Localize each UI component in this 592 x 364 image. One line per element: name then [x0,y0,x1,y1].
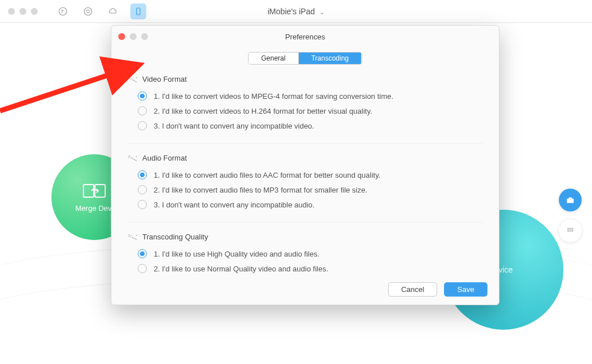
cancel-button[interactable]: Cancel [388,282,437,297]
device-title: iMobie's iPad [267,7,315,16]
wand-icon [127,233,138,241]
option-list: 1. I'd like to use High Quality video an… [127,249,483,273]
svg-point-3 [138,13,139,14]
toolbox-button[interactable] [559,189,582,211]
svg-point-0 [59,7,67,15]
device-selector[interactable]: iMobie's iPad ⌄ [267,7,325,16]
svg-rect-8 [567,228,569,230]
modal-header: Preferences [111,26,499,47]
tab-segmented: General Transcoding [111,52,499,65]
svg-rect-13 [571,230,573,232]
option-label: 2. I'd like to convert videos to H.264 f… [154,107,372,115]
music-icon[interactable] [55,3,71,19]
tab-transcoding[interactable]: Transcoding [298,53,362,64]
option-video-none[interactable]: 3. I don't want to convert any incompati… [138,121,483,130]
cloud-icon[interactable] [105,3,121,19]
window-controls [8,8,38,15]
option-video-mpeg4[interactable]: 1. I'd like to convert videos to MPEG-4 … [138,91,483,101]
minimize-dot[interactable] [19,8,26,15]
option-label: 3. I don't want to convert any incompati… [154,201,314,209]
section-transcoding-quality: Transcoding Quality 1. I'd like to use H… [127,222,483,273]
option-quality-high[interactable]: 1. I'd like to use High Quality video an… [138,249,483,258]
radio-icon [138,170,147,179]
option-list: 1. I'd like to convert videos to MPEG-4 … [127,91,483,130]
radio-icon [138,106,147,115]
svg-rect-7 [569,198,572,199]
close-dot[interactable] [8,8,15,15]
option-label: 1. I'd like to use High Quality video an… [154,250,319,258]
section-title-label: Audio Format [142,154,187,162]
option-label: 1. I'd like to convert videos to MPEG-4 … [154,92,393,101]
option-quality-normal[interactable]: 2. I'd like to use Normal Quality video … [138,264,483,273]
section-title: Video Format [127,75,483,83]
option-list: 1. I'd like to convert audio files to AA… [127,170,483,209]
modal-title: Preferences [285,33,325,41]
toolbox-icon [565,195,575,205]
merge-icon [83,182,106,199]
radio-icon [138,200,147,209]
modal-body: Video Format 1. I'd like to convert vide… [111,65,499,291]
option-audio-aac[interactable]: 1. I'd like to convert audio files to AA… [138,170,483,179]
radio-icon [138,249,147,258]
option-video-h264[interactable]: 2. I'd like to convert videos to H.264 f… [138,106,483,115]
svg-rect-10 [571,228,573,230]
option-audio-none[interactable]: 3. I don't want to convert any incompati… [138,200,483,209]
section-title-label: Video Format [142,75,187,83]
minimize-icon[interactable] [130,33,137,40]
tab-general[interactable]: General [249,53,298,64]
svg-rect-9 [570,228,571,230]
preferences-modal: Preferences General Transcoding Video Fo… [111,25,499,305]
option-audio-mp3[interactable]: 2. I'd like to convert audio files to MP… [138,185,483,194]
zoom-dot[interactable] [31,8,38,15]
wand-icon [127,154,138,162]
zoom-icon[interactable] [141,33,148,40]
radio-icon [138,185,147,194]
svg-point-1 [84,7,92,15]
grid-button[interactable] [559,219,582,242]
device-icon[interactable] [130,3,146,19]
save-button[interactable]: Save [444,282,487,297]
radio-icon [138,91,147,101]
svg-rect-2 [137,8,140,15]
radio-icon [138,264,147,273]
side-buttons [559,189,582,242]
svg-rect-5 [95,185,105,197]
section-title-label: Transcoding Quality [142,233,208,241]
modal-window-controls [118,33,148,40]
svg-rect-6 [567,199,574,203]
svg-rect-11 [567,230,569,232]
toolbar-icons [55,3,146,19]
section-audio-format: Audio Format 1. I'd like to convert audi… [127,143,483,209]
sync-icon[interactable] [80,3,96,19]
option-label: 3. I don't want to convert any incompati… [154,122,314,130]
section-title: Transcoding Quality [127,233,483,241]
tab-group: General Transcoding [248,52,362,65]
option-label: 2. I'd like to use Normal Quality video … [154,265,328,273]
chevron-down-icon: ⌄ [319,9,325,15]
radio-icon [138,121,147,130]
main-toolbar: iMobie's iPad ⌄ [0,0,592,23]
merge-label: Merge Devi [75,204,113,213]
modal-footer: Cancel Save [388,282,487,297]
grid-icon [565,226,575,236]
option-label: 1. I'd like to convert audio files to AA… [154,171,381,179]
option-label: 2. I'd like to convert audio files to MP… [154,186,367,194]
wand-icon [127,75,138,83]
close-icon[interactable] [118,33,125,40]
section-video-format: Video Format 1. I'd like to convert vide… [127,75,483,130]
section-title: Audio Format [127,154,483,162]
svg-rect-4 [83,185,94,197]
svg-rect-12 [570,230,571,232]
